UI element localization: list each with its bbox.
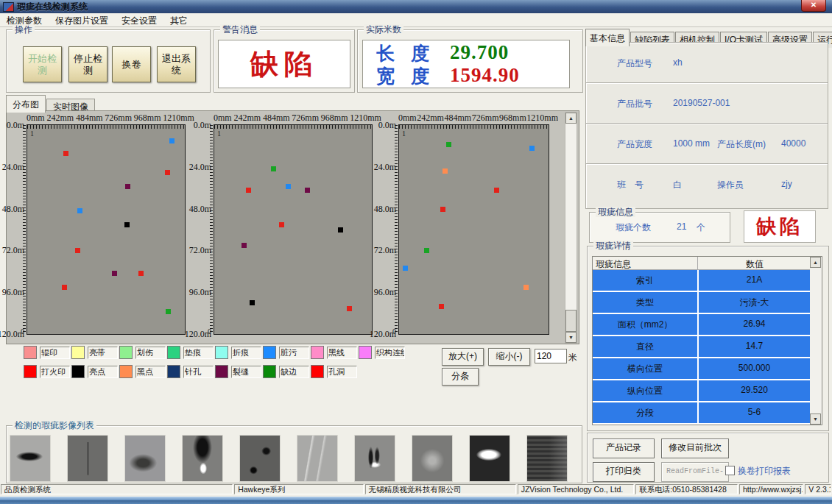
defect-marker[interactable] xyxy=(403,266,408,271)
table-scrollbar[interactable]: ▲ ▼ xyxy=(810,257,822,425)
table-row[interactable]: 纵向位置29.520 xyxy=(593,380,810,402)
defect-marker[interactable] xyxy=(443,168,448,174)
defect-marker[interactable] xyxy=(77,208,82,213)
meters-group-label: 实际米数 xyxy=(364,24,403,35)
legend-item: 织构连线 xyxy=(359,346,405,359)
right-tab-0[interactable]: 基本信息 xyxy=(585,29,630,46)
read-from-file-button[interactable]: ReadFromFile-SIM xyxy=(661,462,729,482)
defect-marker[interactable] xyxy=(62,285,67,290)
table-row[interactable]: 直径14.7 xyxy=(593,336,810,358)
defect-marker[interactable] xyxy=(271,166,276,171)
zoom-out-button[interactable]: 缩小(-) xyxy=(488,348,530,366)
y-tick-label: 96.0m xyxy=(0,287,24,298)
zoom-in-button[interactable]: 放大(+) xyxy=(442,348,484,366)
defect-marker[interactable] xyxy=(286,184,291,189)
x-tick-label: 484mm xyxy=(76,113,103,124)
defect-marker[interactable] xyxy=(138,271,144,276)
origin-label: 0 xyxy=(208,327,211,336)
x-tick-label: 968mm xyxy=(134,113,161,124)
scroll-up-icon[interactable]: ▲ xyxy=(565,113,577,124)
menu-item-1[interactable]: 保存图片设置 xyxy=(49,13,115,26)
defect-marker[interactable] xyxy=(338,227,343,233)
meters-box: 长 度29.700宽 度1594.90 xyxy=(362,40,570,88)
table-row[interactable]: 横向位置500.000 xyxy=(593,358,810,380)
menu-item-2[interactable]: 安全设置 xyxy=(115,13,163,26)
defect-thumbnail-6[interactable] xyxy=(354,435,395,482)
op-button-0[interactable]: 开始检测 xyxy=(23,46,62,82)
defect-marker[interactable] xyxy=(347,306,352,311)
defect-marker[interactable] xyxy=(125,184,130,189)
defect-thumbnail-9[interactable] xyxy=(526,435,568,482)
y-tick-label: 24.0m xyxy=(368,162,396,173)
defect-marker[interactable] xyxy=(246,188,251,193)
table-cell-value: 21A xyxy=(699,274,810,285)
defect-marker[interactable] xyxy=(166,309,171,314)
defect-thumbnail-8[interactable] xyxy=(469,435,510,482)
product-label: 产品型号 xyxy=(617,57,652,70)
defect-thumbnail-3[interactable] xyxy=(182,435,223,482)
defect-marker[interactable] xyxy=(305,188,310,193)
defect-marker[interactable] xyxy=(424,248,429,253)
defect-marker[interactable] xyxy=(112,271,117,276)
origin-label: 0 xyxy=(392,327,396,336)
legend-label: 黑线 xyxy=(327,347,357,359)
table-header-info: 瑕疵信息 xyxy=(596,258,631,271)
legend-swatch xyxy=(263,346,276,359)
defect-marker[interactable] xyxy=(169,138,174,143)
y-tick-label: 24.0m xyxy=(0,162,24,173)
defect-marker[interactable] xyxy=(523,285,529,290)
close-button[interactable]: ✕ xyxy=(801,0,826,12)
legend-swatch xyxy=(24,346,37,359)
split-strips-button[interactable]: 分条 xyxy=(442,368,479,386)
scroll-down-icon[interactable]: ▼ xyxy=(565,332,577,343)
defect-marker[interactable] xyxy=(63,151,68,156)
table-row[interactable]: 分段5-6 xyxy=(593,402,810,425)
table-scroll-up-icon[interactable]: ▲ xyxy=(810,257,821,268)
view-tab-0[interactable]: 分布图 xyxy=(6,95,46,113)
legend-swatch xyxy=(359,346,372,359)
defect-thumbnail-7[interactable] xyxy=(412,435,453,482)
defect-marker[interactable] xyxy=(124,222,130,227)
x-tick-label: 484mm xyxy=(263,113,290,124)
defect-thumbnail-1[interactable] xyxy=(67,435,108,482)
defect-thumbnail-4[interactable] xyxy=(239,435,281,482)
strip-number-label: 1 xyxy=(30,129,34,138)
print-sort-button[interactable]: 打印归类 xyxy=(593,462,655,482)
table-row[interactable]: 索引21A xyxy=(593,270,810,292)
defect-marker[interactable] xyxy=(529,146,535,151)
defect-thumbnail-5[interactable] xyxy=(297,435,338,482)
y-tick-label: 0.0m xyxy=(0,120,24,131)
defect-marker[interactable] xyxy=(440,207,445,212)
table-row[interactable]: 面积（mm2）26.94 xyxy=(593,314,810,336)
defect-marker[interactable] xyxy=(446,142,451,147)
defect-marker[interactable] xyxy=(75,248,80,253)
defect-marker[interactable] xyxy=(242,243,247,248)
defect-scatter-plot-0: 0.0m24.0m48.0m72.0m96.0m120.0m10 xyxy=(27,124,186,335)
table-scroll-down-icon[interactable]: ▼ xyxy=(810,414,821,425)
defect-marker[interactable] xyxy=(165,170,170,175)
defect-marker[interactable] xyxy=(250,300,255,305)
defect-marker[interactable] xyxy=(279,222,284,227)
status-segment-1: Hawkeye系列 xyxy=(234,484,363,494)
defect-count-unit: 个 xyxy=(697,221,705,234)
op-button-2[interactable]: 换卷 xyxy=(112,46,151,82)
print-on-roll-change-label: 换卷打印报表 xyxy=(738,465,791,478)
defect-marker[interactable] xyxy=(494,188,499,193)
meter-label-0: 长 度 xyxy=(376,41,435,65)
menu-item-3[interactable]: 其它 xyxy=(163,13,194,26)
scrollbar-thumb[interactable] xyxy=(565,310,577,332)
meter-range-input[interactable] xyxy=(535,349,567,363)
plots-vertical-scrollbar[interactable]: ▲ ▼ xyxy=(565,112,577,344)
op-button-1[interactable]: 停止检测 xyxy=(68,46,107,82)
meter-value-0: 29.700 xyxy=(450,41,509,64)
print-on-roll-change-checkbox[interactable] xyxy=(725,466,735,475)
table-row[interactable]: 类型污渍-大 xyxy=(593,292,810,314)
defect-marker[interactable] xyxy=(439,304,444,309)
modify-batch-button[interactable]: 修改目前批次 xyxy=(661,439,729,458)
product-info-row-3: 班 号白操作员zjy xyxy=(586,163,828,204)
op-button-3[interactable]: 退出系统 xyxy=(157,46,196,82)
product-record-button[interactable]: 产品记录 xyxy=(593,439,655,458)
window-title: 瑕疵在线检测系统 xyxy=(17,1,88,13)
defect-thumbnail-0[interactable] xyxy=(10,435,51,482)
defect-thumbnail-2[interactable] xyxy=(124,435,166,482)
